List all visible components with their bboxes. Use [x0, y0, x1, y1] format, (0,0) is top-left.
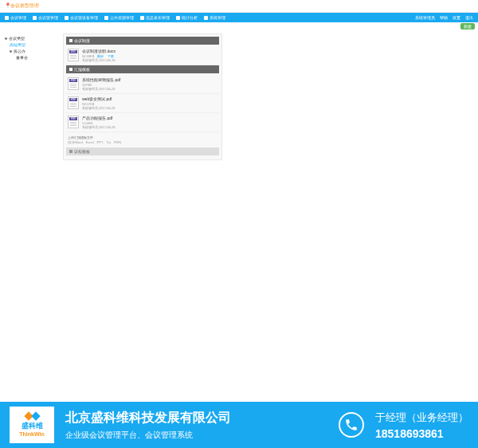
section-header-agenda: 议程模板: [66, 147, 219, 155]
file-row[interactable]: DOC 会议制度说明.docx 56.33KB 删除 下载: [66, 46, 219, 65]
nav-icon: [33, 16, 37, 20]
user-label[interactable]: 系统管理员: [415, 15, 435, 20]
phone-icon: [339, 412, 364, 438]
nav-room-mgmt[interactable]: 会议室管理: [33, 15, 58, 20]
sidebar-tree: 会议类型 高端类型 投公办 董事会: [0, 30, 60, 321]
tree-item-board[interactable]: 董事会: [3, 54, 57, 61]
content-area: 会议制度 DOC 会议制度说明.docx 56.33KB 删除: [60, 30, 478, 321]
section-header-template: 汇报模板: [66, 65, 219, 73]
nav-icon: [104, 16, 108, 20]
sub-bar: 新建: [0, 22, 478, 30]
nav-icon: [140, 16, 144, 20]
file-type-icon: DOC: [68, 49, 79, 61]
tree-root[interactable]: 会议类型: [3, 35, 57, 41]
nav-meeting-mgmt[interactable]: 会议管理: [5, 15, 26, 20]
logout-link[interactable]: 退出: [465, 15, 473, 20]
nav-right: 系统管理员 帮助 设置 退出: [415, 15, 473, 20]
nav-icon: [176, 16, 180, 20]
file-row[interactable]: PDF 系统性能评测报告.pdf 137KB 系统管理员,2017-06-20: [66, 75, 219, 94]
nav-icon: [204, 16, 208, 20]
file-uploader: 系统管理员,2017-06-19: [82, 58, 217, 62]
nav-room-device-mgmt[interactable]: 会议室设备管理: [65, 15, 98, 20]
file-type-icon: PDF: [68, 116, 79, 128]
file-type-icon: PDF: [68, 77, 79, 90]
footer-banner: 盛科维 ThinkWin 北京盛科维科技发展有限公司 企业级会议管理平台、会议管…: [0, 402, 478, 448]
company-subtitle: 企业级会议管理平台、会议管理系统: [65, 430, 327, 441]
file-name: 会议制度说明.docx: [82, 49, 217, 53]
nav-icon: [5, 16, 9, 20]
caret-icon: [5, 37, 8, 40]
tree-item-highend[interactable]: 高端类型: [3, 41, 57, 48]
nav-public-resource[interactable]: 公共资源管理: [104, 15, 134, 20]
file-type-icon: PDF: [68, 96, 79, 109]
contact-info: 于经理（业务经理） 18518693861: [375, 411, 468, 440]
upload-hint[interactable]: 上传汇报模板文件 (支持Word、Excel、PPT、Txt、PDF): [66, 132, 219, 147]
caret-icon: [10, 50, 13, 53]
section-header-policy: 会议制度: [66, 37, 219, 45]
file-panel: 会议制度 DOC 会议制度说明.docx 56.33KB 删除: [63, 33, 222, 160]
doc-icon: [69, 150, 72, 153]
help-link[interactable]: 帮助: [440, 15, 448, 20]
doc-icon: [69, 39, 72, 42]
file-row[interactable]: PDF 产品功能报告.pdf 2.54KB 系统管理员,2017-06-20: [66, 113, 219, 132]
file-name: 产品功能报告.pdf: [82, 116, 217, 120]
nav-icon: [65, 16, 69, 20]
company-name: 北京盛科维科技发展有限公司: [65, 410, 327, 426]
file-row[interactable]: PDF web安全测试.pdf 93.57KB 系统管理员,2017-06-20: [66, 94, 219, 113]
contact-phone: 18518693861: [375, 427, 468, 440]
file-name: web安全测试.pdf: [82, 96, 217, 101]
breadcrumb-text: 会议类型管理: [10, 3, 39, 8]
contact-name: 于经理（业务经理）: [375, 411, 468, 425]
breadcrumb: 📍会议类型管理: [0, 0, 478, 13]
tree-item-office[interactable]: 投公办: [3, 48, 57, 54]
file-uploader: 系统管理员,2017-06-20: [82, 125, 217, 129]
settings-link[interactable]: 设置: [453, 15, 460, 20]
file-uploader: 系统管理员,2017-06-20: [82, 106, 217, 110]
nav-left: 会议管理 会议室管理 会议室设备管理 公共资源管理 信息发布管理 统计分析 系统…: [5, 15, 225, 20]
location-icon: 📍: [5, 3, 10, 8]
company-info: 北京盛科维科技发展有限公司 企业级会议管理平台、会议管理系统: [65, 410, 327, 441]
file-name: 系统性能评测报告.pdf: [82, 77, 217, 82]
add-button[interactable]: 新建: [460, 23, 475, 29]
nav-info-publish[interactable]: 信息发布管理: [140, 15, 170, 20]
nav-stats[interactable]: 统计分析: [176, 15, 198, 20]
company-logo: 盛科维 ThinkWin: [10, 407, 54, 443]
nav-system[interactable]: 系统管理: [204, 15, 225, 20]
file-uploader: 系统管理员,2017-06-20: [82, 87, 217, 91]
top-nav: 会议管理 会议室管理 会议室设备管理 公共资源管理 信息发布管理 统计分析 系统…: [0, 13, 478, 22]
doc-icon: [69, 68, 72, 71]
